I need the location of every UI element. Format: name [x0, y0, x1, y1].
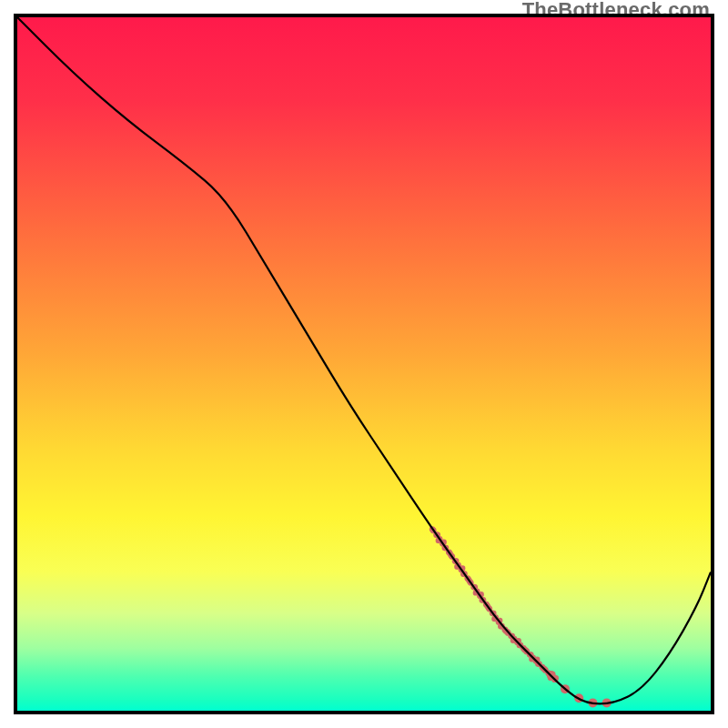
background-gradient [17, 17, 711, 711]
chart-svg [17, 17, 711, 711]
chart-frame [14, 14, 714, 714]
